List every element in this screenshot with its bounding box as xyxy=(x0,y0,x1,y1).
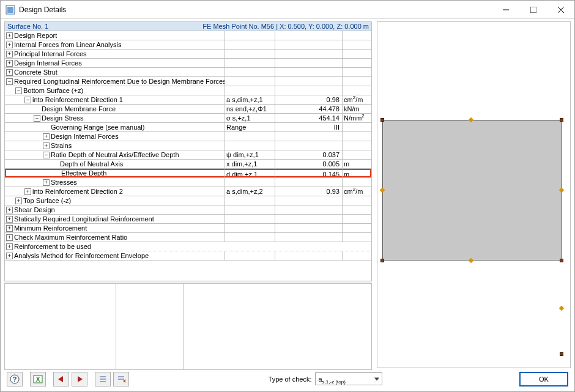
bottom-bar: ? X Type of check: as,1,-z (top) OK xyxy=(1,370,574,391)
svg-marker-10 xyxy=(58,376,63,382)
app-icon xyxy=(6,5,15,15)
tree-label: Shear Design xyxy=(14,205,55,214)
filter-button[interactable] xyxy=(113,372,129,386)
tree-label: Check Maximum Reinforcement Ratio xyxy=(14,233,127,242)
tree-label: Stresses xyxy=(51,178,77,187)
excel-button[interactable]: X xyxy=(30,372,46,386)
surface-label: Surface No. 1 xyxy=(7,23,48,30)
expand-icon[interactable]: + xyxy=(43,133,50,140)
expand-icon[interactable]: + xyxy=(43,142,50,149)
tree-value: 0.98 xyxy=(275,95,343,104)
results-tree[interactable]: +Design Report +Internal Forces from Lin… xyxy=(4,31,372,281)
tree-label: into Reinforcement Direction 1 xyxy=(32,95,123,104)
expand-icon[interactable]: + xyxy=(6,225,13,232)
app-window: Design Details Surface No. 1 FE Mesh Poi… xyxy=(0,0,575,392)
tree-label: Top Surface (-z) xyxy=(23,196,71,205)
collapse-icon[interactable]: − xyxy=(6,78,13,85)
tree-label: Design Internal Forces xyxy=(14,59,82,67)
tree-label: Design Membrane Force xyxy=(42,105,116,113)
collapse-icon[interactable]: − xyxy=(43,152,50,158)
tree-label: Reinforcement to be used xyxy=(14,242,91,251)
tree-label: Internal Forces from Linear Analysis xyxy=(14,40,121,49)
collapse-icon[interactable]: − xyxy=(34,115,40,122)
tree-label: into Reinforcement Direction 2 xyxy=(32,187,123,196)
svg-text:X: X xyxy=(36,376,40,383)
tree-value: III xyxy=(275,123,343,131)
type-of-check-label: Type of check: xyxy=(269,375,312,383)
expand-icon[interactable]: + xyxy=(6,60,13,67)
minimize-button[interactable] xyxy=(492,1,519,18)
maximize-button[interactable] xyxy=(519,1,547,18)
expand-icon[interactable]: + xyxy=(43,179,50,186)
prev-button[interactable] xyxy=(53,372,69,386)
tree-symbol: a s,dim,+z,2 xyxy=(225,187,275,196)
right-pane xyxy=(377,21,571,370)
tree-value: 0.93 xyxy=(275,187,343,196)
content-area: Surface No. 1 FE Mesh Point No. M56 | X:… xyxy=(1,19,574,370)
ok-button[interactable]: OK xyxy=(519,372,568,386)
tree-unit: m xyxy=(343,160,371,168)
tree-unit: N/mm2 xyxy=(343,114,371,122)
tree-value: 0.145 xyxy=(275,169,343,177)
mesh-point-info: FE Mesh Point No. M56 | X: 0.500, Y: 0.0… xyxy=(202,23,369,30)
tree-label: Principal Internal Forces xyxy=(14,50,87,58)
tree-label: Strains xyxy=(51,141,72,150)
help-button[interactable]: ? xyxy=(7,372,23,386)
expand-icon[interactable]: + xyxy=(6,42,13,48)
chevron-down-icon xyxy=(374,377,379,380)
tree-symbol: x dim,+z,1 xyxy=(225,160,275,168)
type-of-check-value: as,1,-z (top) xyxy=(318,375,345,383)
tree-symbol: Range xyxy=(225,123,275,131)
header-bar: Surface No. 1 FE Mesh Point No. M56 | X:… xyxy=(4,21,372,31)
window-title: Design Details xyxy=(19,6,66,14)
tree-label: Concrete Strut xyxy=(14,68,58,76)
left-pane: Surface No. 1 FE Mesh Point No. M56 | X:… xyxy=(4,21,372,370)
tree-symbol: σ s,+z,1 xyxy=(225,114,275,122)
type-of-check-select[interactable]: as,1,-z (top) xyxy=(315,372,382,385)
detail-grid xyxy=(4,283,372,370)
expand-icon[interactable]: + xyxy=(6,216,13,223)
svg-marker-11 xyxy=(78,376,83,382)
expand-icon[interactable]: + xyxy=(6,69,13,76)
tree-label: Bottom Surface (+z) xyxy=(23,86,83,95)
surface-preview xyxy=(382,120,562,261)
expand-icon[interactable]: + xyxy=(6,253,13,259)
tree-unit: cm2/m xyxy=(343,95,371,104)
preview-viewport[interactable] xyxy=(377,21,571,368)
tree-label: Analysis Method for Reinforcement Envelo… xyxy=(14,251,149,260)
expand-icon[interactable]: + xyxy=(6,234,13,241)
tree-symbol: ψ dim,+z,1 xyxy=(225,150,275,159)
expand-icon[interactable]: + xyxy=(6,207,13,213)
collapse-icon[interactable]: − xyxy=(15,87,22,94)
tree-symbol: a s,dim,+z,1 xyxy=(225,95,275,104)
tree-label: Ratio Depth of Neutral Axis/Effective De… xyxy=(51,150,179,159)
next-button[interactable] xyxy=(72,372,87,386)
svg-rect-1 xyxy=(7,7,13,13)
tree-label: Statically Required Longitudinal Reinfor… xyxy=(14,215,154,223)
svg-marker-17 xyxy=(123,379,125,383)
tree-label: Design Internal Forces xyxy=(51,132,119,141)
tree-unit: m xyxy=(343,169,371,177)
expand-icon[interactable]: + xyxy=(6,32,13,39)
expand-icon[interactable]: + xyxy=(15,198,22,204)
expand-icon[interactable]: + xyxy=(6,243,13,250)
tree-label: Required Longitudinal Reinforcement Due … xyxy=(14,77,225,86)
svg-rect-3 xyxy=(530,7,536,13)
svg-text:?: ? xyxy=(13,375,17,383)
tree-symbol: ns end,+z,Φ1 xyxy=(225,105,275,113)
expand-icon[interactable]: + xyxy=(6,51,13,57)
expand-icon[interactable]: + xyxy=(24,188,31,195)
close-button[interactable] xyxy=(547,1,574,18)
collapse-icon[interactable]: − xyxy=(24,97,31,103)
tree-value: 0.037 xyxy=(275,150,343,159)
tree-value: 44.478 xyxy=(275,105,343,113)
tree-label: Minimum Reinforcement xyxy=(14,224,87,232)
tree-label: Depth of Neutral Axis xyxy=(60,160,123,168)
tree-value: 454.14 xyxy=(275,114,343,122)
tree-label: Effective Depth xyxy=(61,169,106,177)
ok-button-label: OK xyxy=(539,375,549,383)
highlighted-row-effective-depth: Effective Depthd dim,+z,10.145m xyxy=(5,169,371,178)
list-button[interactable] xyxy=(95,372,111,386)
tree-unit: cm2/m xyxy=(343,187,371,196)
titlebar: Design Details xyxy=(1,1,574,19)
